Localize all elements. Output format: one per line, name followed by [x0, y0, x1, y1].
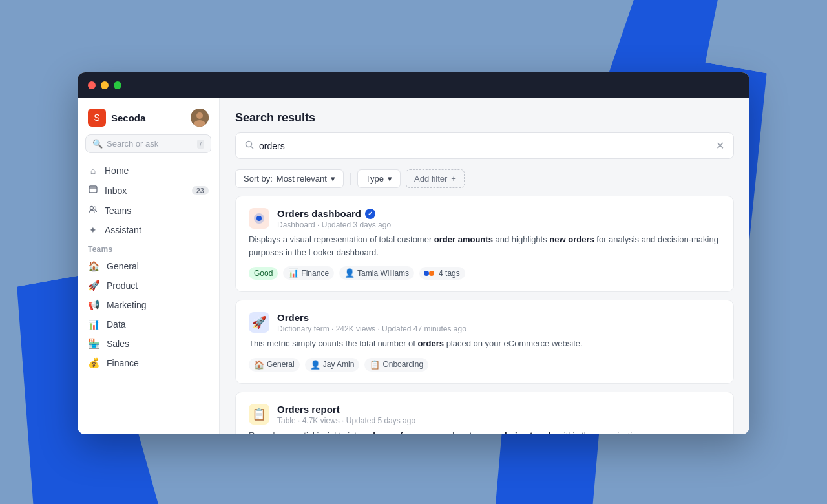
team-item-marketing[interactable]: 📢 Marketing: [78, 295, 219, 315]
search-icon: [245, 140, 254, 151]
result-tags-2: 🏠 General 👤 Jay Amin 📋 Onboarding: [249, 358, 720, 372]
add-filter-button[interactable]: Add filter +: [406, 169, 465, 188]
result-title-area-3: Orders report Table · 4.7K views · Updat…: [277, 404, 720, 425]
svg-rect-3: [89, 186, 97, 193]
team-item-data[interactable]: 📊 Data: [78, 315, 219, 334]
maximize-dot[interactable]: [114, 81, 121, 89]
result-title-2: Orders: [277, 312, 720, 323]
result-card-1[interactable]: Orders dashboard ✓ Dashboard · Updated 3…: [235, 196, 734, 292]
svg-point-8: [256, 216, 262, 221]
teams-icon: [88, 205, 98, 216]
svg-point-10: [429, 271, 434, 276]
close-dot[interactable]: [88, 81, 96, 89]
result-subtitle-3: Table · 4.7K views · Updated 5 days ago: [277, 416, 720, 425]
avatar[interactable]: [191, 109, 209, 127]
team-emoji-finance: 💰: [88, 357, 100, 369]
sort-chevron-icon: ▾: [331, 174, 335, 184]
add-icon: +: [451, 174, 456, 184]
sidebar-item-inbox[interactable]: Inbox 23: [78, 180, 219, 200]
inbox-badge: 23: [192, 186, 209, 195]
result-card-header-1: Orders dashboard ✓ Dashboard · Updated 3…: [249, 208, 720, 229]
result-subtitle-2: Dictionary term · 242K views · Updated 4…: [277, 324, 720, 333]
sidebar-item-label: Assistant: [105, 225, 141, 235]
sidebar-item-assistant[interactable]: ✦ Assistant: [78, 220, 219, 240]
svg-point-1: [196, 112, 203, 119]
team-emoji-data: 📊: [88, 319, 100, 330]
sidebar-search-placeholder: Search or ask: [107, 139, 193, 149]
team-emoji-sales: 🏪: [88, 338, 100, 350]
team-item-label: Product: [107, 280, 138, 291]
clear-search-button[interactable]: ✕: [716, 140, 724, 152]
logo-icon: S: [88, 109, 106, 127]
add-filter-label: Add filter: [414, 174, 447, 184]
sidebar: S Secoda 🔍 Search or ask / ⌂ Home: [78, 98, 220, 434]
result-description-1: Displays a visual representation of tota…: [249, 233, 720, 258]
team-emoji-general: 🏠: [88, 260, 100, 272]
sort-button[interactable]: Sort by: Most relevant ▾: [235, 169, 344, 188]
result-icon-3: 📋: [249, 404, 269, 425]
tag-user-2: 👤 Jay Amin: [305, 358, 360, 372]
sidebar-item-label: Home: [105, 165, 129, 176]
team-item-label: Data: [107, 319, 126, 330]
verified-badge-1: ✓: [365, 209, 375, 219]
titlebar: [78, 72, 749, 98]
results-header: Search results ✕: [220, 98, 749, 169]
team-item-finance[interactable]: 💰 Finance: [78, 353, 219, 373]
result-card-2[interactable]: 🚀 Orders Dictionary term · 242K views · …: [235, 300, 734, 384]
main-content: Search results ✕ Sort by: Most relevant …: [220, 98, 749, 434]
home-icon: ⌂: [88, 165, 98, 176]
team-item-general[interactable]: 🏠 General: [78, 257, 219, 276]
sidebar-item-teams[interactable]: Teams: [78, 200, 219, 220]
sidebar-logo[interactable]: S Secoda: [88, 109, 145, 127]
result-card-header-3: 📋 Orders report Table · 4.7K views · Upd…: [249, 404, 720, 425]
search-icon: 🔍: [92, 139, 103, 149]
teams-section-label: Teams: [78, 240, 219, 257]
tag-finance-1: 📊 Finance: [283, 266, 334, 280]
result-title-area-1: Orders dashboard ✓ Dashboard · Updated 3…: [277, 208, 720, 229]
type-label: Type: [366, 174, 384, 184]
window-body: S Secoda 🔍 Search or ask / ⌂ Home: [78, 98, 749, 434]
results-list: Orders dashboard ✓ Dashboard · Updated 3…: [220, 196, 749, 434]
sidebar-search[interactable]: 🔍 Search or ask /: [85, 134, 211, 153]
svg-point-9: [424, 271, 429, 276]
assistant-icon: ✦: [88, 225, 98, 235]
sidebar-item-label: Teams: [105, 205, 131, 216]
minimize-dot[interactable]: [101, 81, 109, 89]
result-card-3[interactable]: 📋 Orders report Table · 4.7K views · Upd…: [235, 392, 734, 435]
result-tags-1: Good 📊 Finance 👤 Tamia Williams 4 tags: [249, 266, 720, 280]
sidebar-item-label: Inbox: [105, 185, 127, 196]
results-title: Search results: [235, 111, 734, 125]
team-emoji-product: 🚀: [88, 280, 100, 291]
tag-good-1: Good: [249, 267, 278, 280]
tag-user-1: 👤 Tamia Williams: [339, 266, 414, 280]
team-item-sales[interactable]: 🏪 Sales: [78, 334, 219, 353]
logo-text: Secoda: [111, 112, 145, 123]
search-shortcut: /: [197, 140, 204, 149]
main-search-bar[interactable]: ✕: [235, 132, 734, 159]
result-description-2: This metric simply counts the total numb…: [249, 337, 720, 350]
tag-dots-1: 4 tags: [419, 267, 465, 280]
sort-label: Sort by:: [244, 174, 273, 184]
team-item-label: General: [107, 261, 139, 271]
inbox-icon: [88, 185, 98, 196]
svg-point-6: [246, 142, 252, 147]
team-item-label: Finance: [107, 358, 139, 368]
result-icon-2: 🚀: [249, 312, 269, 333]
search-input[interactable]: [259, 141, 711, 151]
team-item-product[interactable]: 🚀 Product: [78, 276, 219, 295]
team-item-label: Sales: [107, 339, 129, 349]
sidebar-item-home[interactable]: ⌂ Home: [78, 161, 219, 180]
tag-onboarding-2: 📋 Onboarding: [364, 358, 428, 372]
team-item-label: Marketing: [107, 300, 146, 310]
tag-general-2: 🏠 General: [249, 358, 300, 372]
result-title-1: Orders dashboard ✓: [277, 208, 720, 219]
result-description-3: Reveals essential insights into sales pe…: [249, 429, 720, 435]
type-filter-button[interactable]: Type ▾: [357, 169, 401, 188]
sidebar-header: S Secoda: [78, 106, 219, 134]
filter-divider: [350, 173, 351, 185]
result-subtitle-1: Dashboard · Updated 3 days ago: [277, 220, 720, 229]
result-card-header-2: 🚀 Orders Dictionary term · 242K views · …: [249, 312, 720, 333]
app-window: S Secoda 🔍 Search or ask / ⌂ Home: [78, 72, 749, 434]
svg-point-4: [90, 207, 94, 210]
type-chevron-icon: ▾: [388, 174, 392, 184]
